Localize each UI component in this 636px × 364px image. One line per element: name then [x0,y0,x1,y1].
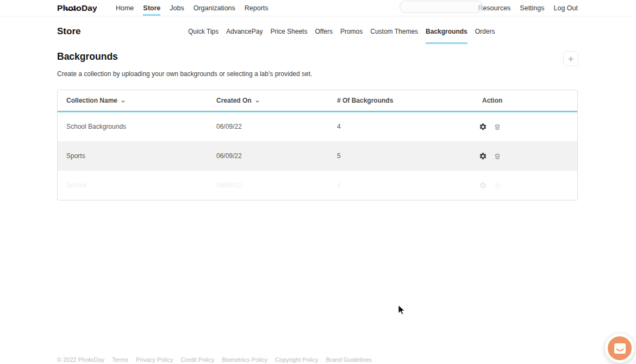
column-header-count: # Of Backgrounds [328,97,473,104]
cell-created-on: 06/09/22 [208,123,328,130]
cell-actions [473,181,577,190]
tab-quick-tips[interactable]: Quick Tips [188,28,219,44]
footer-link-copyright-policy[interactable]: Copyright Policy [275,356,318,363]
page-description: Create a collection by uploading your ow… [57,70,312,78]
cell-actions [473,152,577,160]
table-row: Sports 06/09/22 5 [58,141,577,171]
photoday-store-backgrounds-screen: PhotoDay ` Home Store Jobs Organizations… [0,0,636,364]
store-section-bar: Store Quick Tips AdvancePay Price Sheets… [0,17,636,43]
cell-collection-name: Sports [58,152,208,160]
nav-item-logout[interactable]: Log Out [554,0,578,16]
chat-bubble-icon [614,343,626,354]
logo-smile-icon [64,4,77,14]
delete-trash-icon[interactable] [494,123,501,131]
footer-link-privacy-policy[interactable]: Privacy Policy [136,356,173,363]
search-input[interactable] [400,1,483,13]
secondary-nav: Resources Settings Log Out [478,0,578,16]
primary-nav: Home Store Jobs Organizations Reports [116,0,269,16]
cell-count: 4 [328,123,473,130]
column-header-collection-name: Collection Name [58,97,208,104]
nav-item-organizations[interactable]: Organizations [194,0,235,16]
nav-item-settings[interactable]: Settings [520,0,544,16]
footer-link-terms[interactable]: Terms [112,356,128,363]
cell-collection-name: School Backgrounds [58,123,208,130]
delete-trash-icon[interactable] [494,181,501,190]
nav-item-home[interactable]: Home [116,0,134,16]
nav-item-reports[interactable]: Reports [245,0,269,16]
tab-advancepay[interactable]: AdvancePay [226,28,263,44]
footer-copyright: © 2022 PhotoDay [57,356,104,363]
chat-launcher-halo [605,334,634,363]
store-tabs: Quick Tips AdvancePay Price Sheets Offer… [188,28,495,44]
page-title: Backgrounds [57,51,118,62]
logo-trademark-tick: ` [98,2,99,7]
tab-orders[interactable]: Orders [475,28,495,44]
top-navigation-bar: PhotoDay ` Home Store Jobs Organizations… [0,0,636,16]
tab-backgrounds[interactable]: Backgrounds [426,28,467,44]
footer-link-brand-guidelines[interactable]: Brand Guidelines [326,356,371,363]
mouse-cursor [398,305,406,318]
tab-promos[interactable]: Promos [340,28,363,44]
table-header-row: Collection Name Created On # Of Backgrou… [58,90,577,112]
tab-custom-themes[interactable]: Custom Themes [370,28,418,44]
add-collection-button[interactable]: + [563,51,578,66]
settings-gear-icon[interactable] [479,152,487,160]
table-row-fading: School 06/09/22 4 [58,171,577,200]
cell-collection-name: School [58,181,208,189]
tab-offers[interactable]: Offers [315,28,332,44]
cell-created-on: 06/09/22 [208,181,328,189]
table-row: School Backgrounds 06/09/22 4 [58,112,577,141]
cell-count: 4 [328,181,473,189]
photoday-logo[interactable]: PhotoDay ` [57,0,97,16]
nav-item-store[interactable]: Store [143,0,160,16]
column-header-action: Action [473,97,577,104]
collections-table: Collection Name Created On # Of Backgrou… [57,90,578,200]
chat-launcher-button[interactable] [608,336,632,360]
nav-item-jobs[interactable]: Jobs [170,0,184,16]
footer-link-credit-policy[interactable]: Credit Policy [180,356,214,363]
cell-count: 5 [328,152,473,160]
nav-item-resources[interactable]: Resources [478,0,511,16]
store-section-title: Store [57,26,80,37]
footer-link-biometrics-policy[interactable]: Biometrics Policy [222,356,267,363]
sort-chevron-down-icon[interactable] [121,99,126,104]
settings-gear-icon[interactable] [479,123,487,131]
settings-gear-icon[interactable] [479,181,487,190]
cell-actions [473,123,577,131]
delete-trash-icon[interactable] [494,152,501,160]
cell-created-on: 06/09/22 [208,152,328,160]
footer: © 2022 PhotoDay Terms Privacy Policy Cre… [57,356,372,363]
sort-chevron-down-icon[interactable] [255,99,260,104]
tab-price-sheets[interactable]: Price Sheets [270,28,307,44]
column-header-created-on: Created On [208,97,328,104]
